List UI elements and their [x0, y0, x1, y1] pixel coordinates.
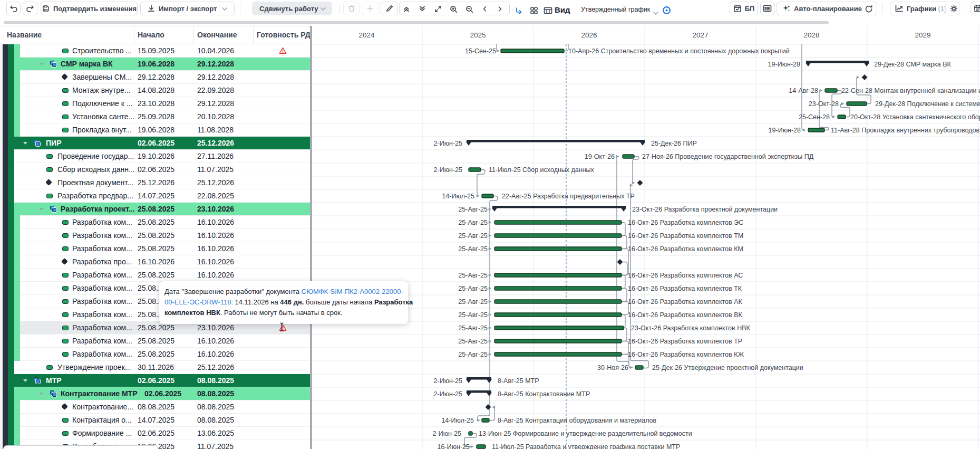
svg-text:20-Окт-28 Установка сантехниче: 20-Окт-28 Установка сантехнического обор…	[850, 113, 980, 121]
svg-text:14-Июл-25: 14-Июл-25	[441, 417, 474, 424]
svg-text:23-Окт-26 Разработка комплекто: 23-Окт-26 Разработка комплектов НВК	[631, 324, 751, 332]
svg-text:22-Авг-25 Разработка предварит: 22-Авг-25 Разработка предварительных ТР	[502, 193, 635, 200]
svg-text:2-Июн-25: 2-Июн-25	[434, 166, 462, 174]
svg-text:16-Окт-26 Разработка комплекто: 16-Окт-26 Разработка комплектов АК	[628, 298, 743, 305]
svg-text:8-Авг-25 МТР: 8-Авг-25 МТР	[498, 377, 539, 385]
svg-text:2-Июн-25: 2-Июн-25	[433, 430, 461, 437]
svg-text:13-Июн-25 Формирование и утвер: 13-Июн-25 Формирование и утверждение раз…	[479, 430, 692, 437]
svg-text:25-Авг-25: 25-Авг-25	[458, 298, 488, 305]
svg-text:2-Июн-25: 2-Июн-25	[434, 140, 462, 147]
svg-text:2027: 2027	[692, 31, 708, 39]
svg-text:29-Дек-28 СМР марка ВК: 29-Дек-28 СМР марка ВК	[874, 61, 952, 68]
svg-text:25-Авг-25: 25-Авг-25	[458, 245, 488, 253]
svg-text:25-Авг-25: 25-Авг-25	[458, 285, 488, 292]
svg-text:2026: 2026	[581, 31, 597, 39]
svg-text:14-Авг-28: 14-Авг-28	[789, 87, 818, 94]
svg-text:22-Сен-28 Монтаж внутренней ка: 22-Сен-28 Монтаж внутренней канализации …	[841, 87, 980, 94]
svg-text:16-Окт-26 Разработка комплекто: 16-Окт-26 Разработка комплектов КЖ	[628, 351, 744, 358]
svg-text:10-Апр-26 Строительство времен: 10-Апр-26 Строительство временных и пост…	[568, 47, 790, 55]
svg-text:2025: 2025	[470, 31, 486, 39]
svg-text:19-Июн-28: 19-Июн-28	[768, 61, 800, 68]
svg-text:25-Авг-25: 25-Авг-25	[458, 272, 488, 279]
svg-text:2024: 2024	[358, 31, 375, 39]
svg-text:25-Дек-26 ПИР: 25-Дек-26 ПИР	[651, 140, 697, 147]
svg-text:16-Окт-26 Разработка комплекто: 16-Окт-26 Разработка комплектов АС	[628, 272, 743, 279]
svg-text:14-Июл-25: 14-Июл-25	[442, 193, 474, 200]
svg-text:25-Авг-25: 25-Авг-25	[458, 351, 488, 358]
svg-text:16-Окт-26 Разработка комплекто: 16-Окт-26 Разработка комплектов ТР	[628, 338, 742, 345]
svg-text:11-Июл-25 Разработка и утвержд: 11-Июл-25 Разработка и утверждение графи…	[492, 443, 680, 449]
svg-text:16-Окт-26 Разработка комплекто: 16-Окт-26 Разработка комплектов ТК	[628, 285, 742, 292]
svg-text:16-Июн-25: 16-Июн-25	[438, 443, 470, 449]
svg-text:25-Дек-26 Утверждение проектно: 25-Дек-26 Утверждение проектной документ…	[652, 364, 803, 371]
svg-text:19-Июн-28: 19-Июн-28	[769, 127, 801, 134]
svg-text:16-Окт-26 Разработка комплекто: 16-Окт-26 Разработка комплектов КМ	[628, 245, 743, 253]
svg-text:23-Окт-26 Разработка проектной: 23-Окт-26 Разработка проектной документа…	[632, 206, 778, 213]
svg-text:11-Авг-28 Прокладка внутренних: 11-Авг-28 Прокладка внутренних трубопров…	[831, 127, 979, 134]
svg-text:2-Июн-25: 2-Июн-25	[434, 390, 462, 398]
svg-text:23-Окт-28: 23-Окт-28	[809, 100, 839, 108]
svg-text:27-Ноя-26 Проведение государст: 27-Ноя-26 Проведение государственной экс…	[642, 153, 814, 160]
svg-text:15-Сен-25: 15-Сен-25	[465, 47, 496, 55]
svg-text:19-Окт-26: 19-Окт-26	[585, 153, 615, 160]
svg-text:30-Ноя-26: 30-Ноя-26	[597, 364, 628, 371]
svg-text:16-Окт-26 Разработка комплекто: 16-Окт-26 Разработка комплектов ТМ	[628, 232, 743, 240]
svg-text:16-Окт-26 Разработка комплекто: 16-Окт-26 Разработка комплектов ЭС	[628, 219, 743, 226]
svg-text:16-Окт-26 Разработка комплекто: 16-Окт-26 Разработка комплектов ВК	[628, 311, 743, 319]
svg-text:25-Авг-25: 25-Авг-25	[458, 232, 488, 240]
svg-text:25-Авг-25: 25-Авг-25	[458, 219, 488, 226]
svg-text:25-Авг-25: 25-Авг-25	[458, 311, 488, 319]
svg-text:8-Авг-25 Контрактация оборудов: 8-Авг-25 Контрактация оборудования и мат…	[498, 417, 657, 424]
svg-text:25-Авг-25: 25-Авг-25	[458, 338, 488, 345]
svg-text:29-Дек-28 Подключение к систем: 29-Дек-28 Подключение к системе отоплени…	[875, 100, 980, 108]
svg-text:2-Июн-25: 2-Июн-25	[434, 377, 462, 385]
svg-text:25-Авг-25: 25-Авг-25	[458, 324, 488, 332]
svg-text:25-Сен-28: 25-Сен-28	[799, 113, 830, 121]
svg-text:11-Июл-25 Сбор исходных данных: 11-Июл-25 Сбор исходных данных	[489, 166, 595, 174]
svg-text:8-Авг-25 Контрактование МТР: 8-Авг-25 Контрактование МТР	[498, 390, 590, 398]
svg-text:25-Авг-25: 25-Авг-25	[458, 206, 488, 213]
svg-text:2028: 2028	[803, 31, 819, 39]
svg-text:2029: 2029	[915, 31, 930, 39]
